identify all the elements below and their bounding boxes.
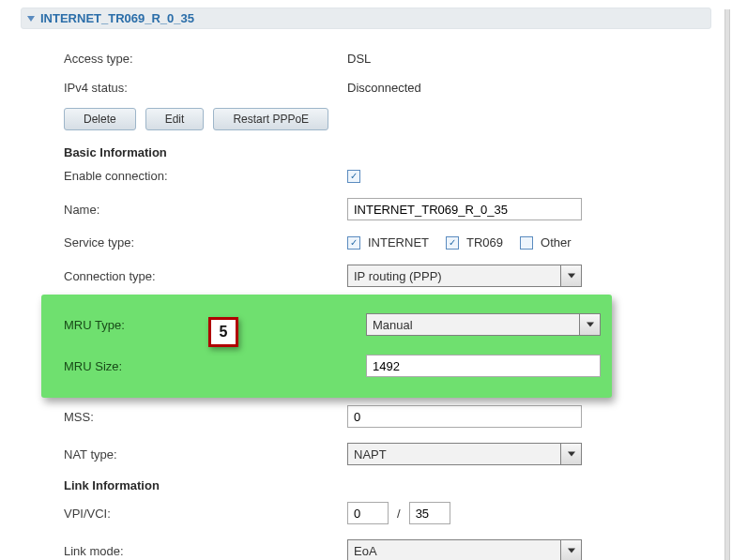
- edit-button[interactable]: Edit: [145, 108, 205, 130]
- basic-info-heading: Basic Information: [0, 140, 732, 161]
- service-tr069-label: TR069: [466, 235, 503, 250]
- mru-size-input[interactable]: [366, 355, 601, 377]
- mru-size-label: MRU Size:: [41, 359, 389, 373]
- chevron-down-icon: [560, 444, 581, 464]
- connection-type-label: Connection type:: [0, 269, 347, 283]
- chevron-down-icon: [579, 314, 600, 335]
- service-internet-checkbox[interactable]: [347, 236, 360, 250]
- scrollbar-track[interactable]: [724, 9, 730, 560]
- name-input[interactable]: [347, 198, 582, 220]
- mss-input[interactable]: [347, 405, 582, 428]
- service-other-label: Other: [541, 235, 572, 250]
- nat-type-value: NAPT: [354, 447, 387, 462]
- panel-header[interactable]: INTERNET_TR069_R_0_35: [21, 8, 711, 29]
- enable-connection-checkbox[interactable]: [347, 170, 360, 183]
- delete-button[interactable]: Delete: [64, 108, 136, 130]
- nat-type-label: NAT type:: [0, 447, 347, 462]
- service-internet-label: INTERNET: [368, 235, 429, 250]
- chevron-down-icon: [560, 540, 581, 560]
- chevron-down-icon: [27, 16, 35, 22]
- name-label: Name:: [0, 203, 347, 217]
- nat-type-select[interactable]: NAPT: [347, 443, 582, 465]
- access-type-value: DSL: [347, 52, 732, 66]
- mru-type-value: Manual: [373, 318, 413, 332]
- form-body: Access type: DSL IPv4 status: Disconnect…: [0, 35, 732, 560]
- ipv4-status-label: IPv4 status:: [0, 81, 347, 95]
- vpivci-label: VPI/VCI:: [0, 507, 347, 521]
- highlight-callout: 5 MRU Type: Manual MRU Size:: [41, 295, 612, 398]
- mru-type-select[interactable]: Manual: [366, 313, 601, 336]
- vpi-input[interactable]: [347, 502, 389, 524]
- link-mode-select[interactable]: EoA: [347, 539, 582, 560]
- connection-type-select[interactable]: IP routing (PPP): [347, 265, 582, 287]
- vpivci-separator: /: [397, 507, 401, 521]
- chevron-down-icon: [560, 265, 581, 286]
- access-type-label: Access type:: [0, 52, 347, 66]
- service-tr069-checkbox[interactable]: [446, 236, 459, 250]
- vci-input[interactable]: [409, 502, 450, 524]
- restart-pppoe-button[interactable]: Restart PPPoE: [213, 108, 328, 130]
- connection-type-value: IP routing (PPP): [354, 269, 442, 283]
- callout-step-number: 5: [208, 317, 238, 347]
- mss-label: MSS:: [0, 410, 347, 424]
- link-info-heading: Link Information: [0, 473, 732, 494]
- action-button-row: Delete Edit Restart PPPoE: [0, 102, 732, 140]
- enable-connection-label: Enable connection:: [0, 169, 347, 183]
- link-mode-label: Link mode:: [0, 544, 347, 558]
- service-other-checkbox[interactable]: [520, 236, 533, 250]
- service-type-label: Service type:: [0, 235, 347, 250]
- ipv4-status-value: Disconnected: [347, 81, 732, 95]
- link-mode-value: EoA: [354, 544, 377, 558]
- panel-title: INTERNET_TR069_R_0_35: [40, 11, 194, 25]
